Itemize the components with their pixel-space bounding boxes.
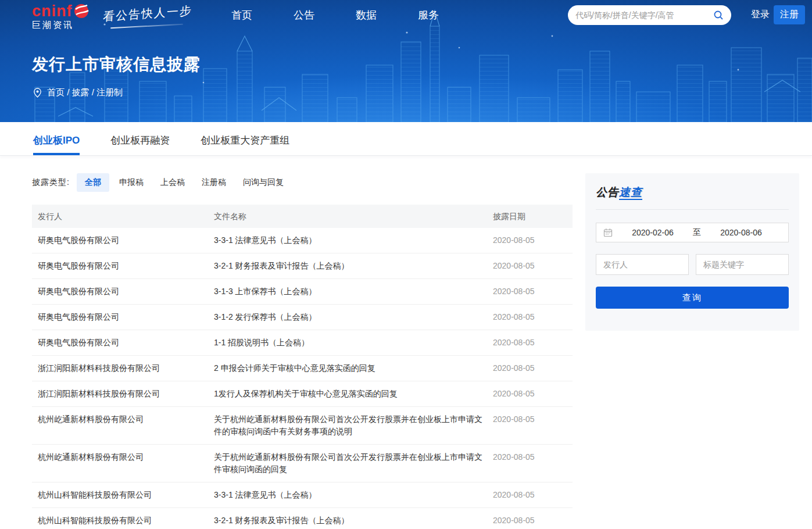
document-link[interactable]: 3-2-1 财务报表及审计报告（上会稿）	[214, 253, 493, 279]
date-cell: 2020-08-05	[493, 381, 573, 407]
date-cell: 2020-08-05	[493, 482, 573, 508]
nav-item-services[interactable]: 服务	[418, 8, 439, 22]
table-row: 浙江润阳新材料科技股份有限公司 1发行人及保荐机构关于审核中心意见落实函的回复 …	[32, 381, 573, 407]
title-keyword-field[interactable]	[696, 254, 789, 275]
tab-chinext-refinancing[interactable]: 创业板再融资	[110, 122, 170, 155]
date-from-value[interactable]: 2020-02-06	[613, 228, 693, 237]
column-document-name: 文件名称	[214, 205, 493, 228]
search-icon[interactable]	[713, 10, 724, 20]
date-to-value[interactable]: 2020-08-06	[701, 228, 781, 237]
section-tabs: 创业板IPO 创业板再融资 创业板重大资产重组	[0, 122, 812, 156]
document-link[interactable]: 关于杭州屹通新材料股份有限公司首次公开发行股票并在创业板上市申请文件的审核问询函…	[214, 407, 493, 445]
date-cell: 2020-08-05	[493, 445, 573, 482]
table-row: 研奥电气股份有限公司 3-2-1 财务报表及审计报告（上会稿） 2020-08-…	[32, 253, 573, 279]
issuer-cell: 杭州山科智能科技股份有限公司	[32, 508, 214, 529]
document-link[interactable]: 3-1-2 发行保荐书（上会稿）	[214, 305, 493, 330]
document-link[interactable]: 3-1-3 上市保荐书（上会稿）	[214, 279, 493, 305]
table-row: 研奥电气股份有限公司 3-1-2 发行保荐书（上会稿） 2020-08-05	[32, 305, 573, 330]
header-search[interactable]	[568, 5, 731, 25]
date-cell: 2020-08-05	[493, 305, 573, 330]
document-link[interactable]: 3-2-1 财务报表及审计报告（上会稿）	[214, 508, 493, 529]
logo-brand-cn: 巨潮资讯	[32, 20, 89, 31]
table-row: 研奥电气股份有限公司 3-3-1 法律意见书（上会稿） 2020-08-05	[32, 228, 573, 253]
calendar-icon	[603, 228, 613, 237]
date-cell: 2020-08-05	[493, 356, 573, 381]
issuer-cell: 杭州屹通新材料股份有限公司	[32, 445, 214, 482]
filter-option-inquiry-reply[interactable]: 问询与回复	[236, 173, 291, 192]
table-row: 浙江润阳新材料科技股份有限公司 2 申报会计师关于审核中心意见落实函的回复 20…	[32, 356, 573, 381]
breadcrumb: 首页 / 披露 / 注册制	[33, 87, 123, 98]
heading-black-part: 公告	[596, 186, 619, 198]
document-link[interactable]: 3-3-1 法律意见书（上会稿）	[214, 228, 493, 253]
filter-label: 披露类型:	[32, 177, 70, 188]
disclosure-table: 发行人 文件名称 披露日期 研奥电气股份有限公司 3-3-1 法律意见书（上会稿…	[32, 205, 573, 529]
document-link[interactable]: 关于杭州屹通新材料股份有限公司首次公开发行股票并在创业板上市申请文件审核问询函的…	[214, 445, 493, 482]
date-cell: 2020-08-05	[493, 330, 573, 356]
top-nav: 首页 公告 数据 服务	[231, 8, 439, 22]
date-cell: 2020-08-05	[493, 508, 573, 529]
date-cell: 2020-08-05	[493, 228, 573, 253]
column-disclosure-date: 披露日期	[493, 205, 573, 228]
tab-chinext-ipo[interactable]: 创业板IPO	[33, 122, 80, 155]
table-row: 研奥电气股份有限公司 3-1-3 上市保荐书（上会稿） 2020-08-05	[32, 279, 573, 305]
quick-search-inputs	[596, 254, 789, 275]
logo-brand-text: cninf	[32, 3, 73, 19]
site-logo[interactable]: cninf 巨潮资讯	[32, 3, 89, 31]
column-issuer: 发行人	[32, 205, 214, 228]
table-row: 研奥电气股份有限公司 1-1 招股说明书（上会稿） 2020-08-05	[32, 330, 573, 356]
filter-option-registration-draft[interactable]: 注册稿	[195, 173, 233, 192]
location-pin-icon	[33, 88, 42, 98]
heading-divider	[596, 209, 789, 210]
table-row: 杭州屹通新材料股份有限公司 关于杭州屹通新材料股份有限公司首次公开发行股票并在创…	[32, 445, 573, 482]
date-range-to-label: 至	[693, 227, 701, 238]
issuer-cell: 杭州屹通新材料股份有限公司	[32, 407, 214, 445]
hero-banner: cninf 巨潮资讯 看公告快人一步 首页 公告 数据 服务	[0, 0, 812, 122]
content-area: 披露类型: 全部 申报稿 上会稿 注册稿 问询与回复 发行人 文件名称 披露日期	[0, 156, 812, 529]
nav-item-home[interactable]: 首页	[231, 8, 252, 22]
issuer-cell: 浙江润阳新材料科技股份有限公司	[32, 381, 214, 407]
query-button[interactable]: 查询	[596, 287, 789, 309]
filter-option-all[interactable]: 全部	[77, 173, 109, 192]
register-button[interactable]: 注册	[774, 5, 805, 24]
filter-option-meeting-draft[interactable]: 上会稿	[153, 173, 192, 192]
table-row: 杭州山科智能科技股份有限公司 3-2-1 财务报表及审计报告（上会稿） 2020…	[32, 508, 573, 529]
issuer-cell: 浙江润阳新材料科技股份有限公司	[32, 356, 214, 381]
issuer-cell: 杭州山科智能科技股份有限公司	[32, 482, 214, 508]
search-input[interactable]	[575, 10, 713, 20]
issuer-cell: 研奥电气股份有限公司	[32, 279, 214, 305]
disclosure-list-panel: 披露类型: 全部 申报稿 上会稿 注册稿 问询与回复 发行人 文件名称 披露日期	[32, 156, 573, 529]
nav-item-data[interactable]: 数据	[356, 8, 377, 22]
breadcrumb-text[interactable]: 首页 / 披露 / 注册制	[47, 87, 123, 98]
announcement-quick-search-card: 公告速查 2020-02-06 至 2020-08-06 查询	[585, 173, 799, 331]
page-title: 发行上市审核信息披露	[32, 53, 201, 76]
disclosure-type-filter: 披露类型: 全部 申报稿 上会稿 注册稿 问询与回复	[32, 173, 573, 192]
nav-item-announcements[interactable]: 公告	[294, 8, 314, 22]
tab-chinext-major-restructuring[interactable]: 创业板重大资产重组	[201, 122, 289, 155]
document-link[interactable]: 2 申报会计师关于审核中心意见落实函的回复	[214, 356, 493, 381]
filter-option-declaration-draft[interactable]: 申报稿	[112, 173, 151, 192]
date-cell: 2020-08-05	[493, 407, 573, 445]
document-link[interactable]: 1-1 招股说明书（上会稿）	[214, 330, 493, 356]
table-row: 杭州屹通新材料股份有限公司 关于杭州屹通新材料股份有限公司首次公开发行股票并在创…	[32, 407, 573, 445]
table-header-row: 发行人 文件名称 披露日期	[32, 205, 573, 228]
document-link[interactable]: 3-3-1 法律意见书（上会稿）	[214, 482, 493, 508]
table-row: 杭州山科智能科技股份有限公司 3-3-1 法律意见书（上会稿） 2020-08-…	[32, 482, 573, 508]
issuer-cell: 研奥电气股份有限公司	[32, 253, 214, 279]
date-cell: 2020-08-05	[493, 279, 573, 305]
date-range-picker[interactable]: 2020-02-06 至 2020-08-06	[596, 223, 789, 242]
issuer-field[interactable]	[596, 254, 689, 275]
logo-swirl-icon	[74, 3, 89, 19]
issuer-cell: 研奥电气股份有限公司	[32, 228, 214, 253]
page: cninf 巨潮资讯 看公告快人一步 首页 公告 数据 服务	[0, 0, 812, 529]
quick-search-heading: 公告速查	[596, 185, 789, 200]
issuer-cell: 研奥电气股份有限公司	[32, 330, 214, 356]
heading-blue-part: 速查	[619, 186, 642, 200]
issuer-cell: 研奥电气股份有限公司	[32, 305, 214, 330]
date-cell: 2020-08-05	[493, 253, 573, 279]
login-link[interactable]: 登录	[751, 9, 770, 21]
document-link[interactable]: 1发行人及保荐机构关于审核中心意见落实函的回复	[214, 381, 493, 407]
